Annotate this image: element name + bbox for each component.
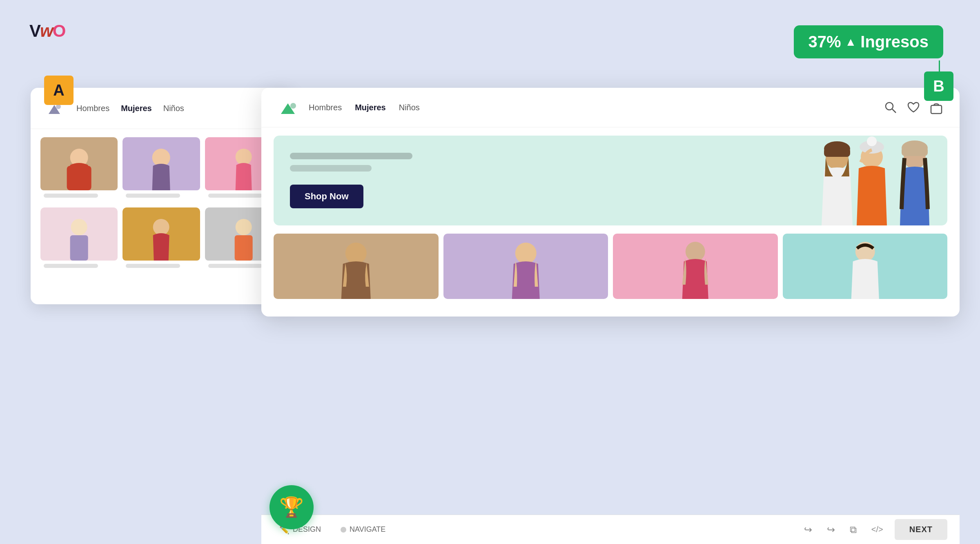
variant-a-badge: A (44, 76, 74, 105)
ingresos-label: Ingresos (860, 33, 929, 51)
toolbar-navigate[interactable]: NAVIGATE (335, 522, 391, 537)
nav-links-a: Hombres Mujeres Niños (76, 104, 184, 113)
variant-a-window: Hombres Mujeres Niños (31, 88, 292, 304)
trophy-badge: 🏆 (270, 485, 314, 529)
svg-point-23 (345, 243, 367, 264)
svg-point-7 (153, 219, 169, 235)
hero-line-2 (290, 165, 372, 172)
bag-icon[interactable] (929, 100, 943, 114)
shop-now-button[interactable]: Shop Now (290, 185, 363, 208)
svg-point-10 (290, 103, 296, 109)
svg-rect-13 (931, 105, 942, 114)
svg-point-19 (867, 136, 877, 146)
heart-icon[interactable] (906, 100, 920, 114)
nav-b: Hombres Mujeres Niños (261, 88, 960, 127)
product-card-b-1[interactable] (274, 234, 439, 299)
price-bar-a-2 (126, 194, 180, 198)
product-grid-a (31, 129, 292, 281)
product-card-b-2[interactable] (443, 234, 608, 299)
svg-line-12 (892, 109, 896, 113)
variant-b-badge: B (924, 71, 953, 101)
product-card-b-3[interactable] (613, 234, 778, 299)
logo-b (278, 98, 296, 116)
svg-point-5 (71, 219, 87, 235)
product-card-b-4[interactable] (783, 234, 948, 299)
navigate-dot (341, 527, 346, 533)
price-bar-a-4 (44, 264, 98, 268)
vwo-logo: VwO (29, 21, 65, 41)
nav-hombres-b[interactable]: Hombres (309, 103, 342, 112)
svg-point-4 (235, 149, 252, 165)
product-card-a-4[interactable] (40, 207, 118, 273)
product-grid-b (261, 232, 960, 305)
copy-icon[interactable]: ⧉ (846, 521, 860, 539)
nav-ninos-a[interactable]: Niños (163, 104, 184, 113)
nav-b-links: Hombres Mujeres Niños (309, 103, 871, 112)
hero-line-1 (290, 153, 412, 159)
code-icon[interactable]: </> (868, 522, 886, 537)
toolbar: ✏️ DESIGN NAVIGATE ↩ ↪ ⧉ </> NEXT (261, 515, 960, 544)
ingresos-percent: 37% (808, 33, 841, 51)
svg-rect-9 (234, 235, 252, 261)
next-button[interactable]: NEXT (895, 519, 947, 540)
svg-point-8 (235, 219, 252, 235)
search-icon[interactable] (884, 100, 898, 114)
hero-images (792, 136, 947, 225)
nav-hombres-a[interactable]: Hombres (76, 104, 109, 113)
svg-rect-6 (70, 235, 88, 261)
ingresos-arrow: ▲ (845, 36, 857, 49)
price-bar-a-6 (208, 264, 263, 268)
nav-mujeres-a[interactable]: Mujeres (121, 104, 152, 113)
svg-point-24 (515, 243, 536, 264)
svg-rect-22 (902, 147, 928, 156)
redo-icon[interactable]: ↪ (824, 521, 838, 539)
svg-point-11 (886, 103, 893, 110)
trophy-icon: 🏆 (279, 496, 304, 519)
ingresos-connector (939, 60, 940, 75)
product-card-a-1[interactable] (40, 137, 118, 203)
ingresos-badge: 37% ▲ Ingresos (794, 25, 944, 58)
hero-banner: Shop Now (274, 136, 947, 225)
nav-b-icons (884, 100, 943, 114)
undo-icon[interactable]: ↩ (801, 521, 815, 539)
product-card-a-2[interactable] (122, 137, 200, 203)
hero-text: Shop Now (274, 140, 792, 221)
svg-rect-16 (824, 148, 850, 157)
variant-b-window: Hombres Mujeres Niños Shop Now (261, 88, 960, 317)
price-bar-a-1 (44, 194, 98, 198)
svg-point-25 (686, 242, 705, 261)
price-bar-a-5 (126, 264, 180, 268)
product-card-a-5[interactable] (122, 207, 200, 273)
nav-mujeres-b[interactable]: Mujeres (355, 103, 386, 112)
price-bar-a-3 (208, 194, 263, 198)
nav-ninos-b[interactable]: Niños (399, 103, 420, 112)
